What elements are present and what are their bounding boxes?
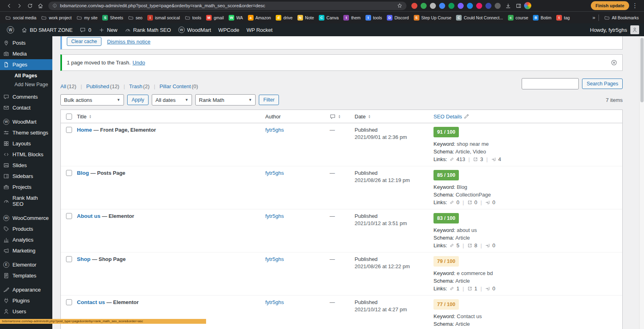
- author-link[interactable]: fytr5ghs: [265, 213, 284, 219]
- home-button[interactable]: [35, 1, 45, 10]
- rank-math-filter-select[interactable]: Rank Math▼: [195, 94, 256, 106]
- row-checkbox[interactable]: [66, 127, 72, 133]
- wpcode-menu[interactable]: WPCode: [215, 23, 243, 36]
- page-title-link[interactable]: Home: [77, 127, 92, 133]
- reload-button[interactable]: [25, 1, 35, 10]
- sort-by-comments[interactable]: ▲▼: [330, 114, 355, 120]
- author-link[interactable]: fytr5ghs: [265, 299, 284, 305]
- view-trash[interactable]: Trash: [129, 83, 142, 89]
- bookmark-my-site[interactable]: my site: [74, 14, 99, 22]
- extension-icon[interactable]: [448, 3, 454, 9]
- address-bar[interactable]: bdsmartzone.com/wp-admin/edit.php?post_t…: [48, 2, 407, 10]
- sidebar-item-elementor[interactable]: EElementor: [0, 259, 52, 270]
- bookmark-gmail[interactable]: Mgmail: [204, 14, 226, 22]
- bookmark-seo[interactable]: seo: [126, 14, 144, 22]
- author-link[interactable]: fytr5ghs: [265, 127, 284, 133]
- sort-by-title[interactable]: Title: [77, 114, 87, 120]
- bookmark-discord[interactable]: DDiscord: [385, 14, 411, 22]
- author-link[interactable]: fytr5ghs: [265, 256, 284, 262]
- row-checkbox[interactable]: [66, 170, 72, 176]
- bookmark-botim[interactable]: BBotim: [531, 14, 553, 22]
- bulk-actions-select[interactable]: Bulk actions▼: [60, 94, 124, 106]
- sidebar-item-analytics[interactable]: Analytics: [0, 234, 52, 245]
- page-scrollbar[interactable]: [639, 36, 644, 329]
- search-pages-input[interactable]: [522, 78, 579, 89]
- view-pillar-content[interactable]: Pillar Content: [159, 83, 191, 89]
- sidebar-item-posts[interactable]: Posts: [0, 37, 52, 48]
- view-all[interactable]: All: [60, 83, 66, 89]
- apply-button[interactable]: Apply: [127, 95, 149, 105]
- all-bookmarks-button[interactable]: All Bookmarks: [602, 14, 641, 22]
- bookmark-step-up-course[interactable]: SStep Up Course: [412, 14, 454, 22]
- author-link[interactable]: fytr5ghs: [265, 170, 284, 176]
- extension-icon[interactable]: [421, 3, 427, 9]
- rank-math-menu[interactable]: Rank Math SEO: [121, 23, 175, 36]
- bookmark-work-project[interactable]: work project: [39, 14, 74, 22]
- sidebar-item-projects[interactable]: Projects: [0, 182, 52, 192]
- sort-by-date[interactable]: Date: [355, 114, 365, 120]
- sidebar-item-media[interactable]: Media: [0, 48, 52, 59]
- extension-icon[interactable]: [495, 3, 501, 9]
- bookmark-canva[interactable]: CCanva: [317, 14, 341, 22]
- sidebar-item-woocommerce[interactable]: WWooCommerce: [0, 213, 52, 223]
- forward-button[interactable]: [14, 1, 24, 10]
- page-title-link[interactable]: Shop: [77, 256, 91, 262]
- view-published[interactable]: Published: [86, 83, 109, 89]
- sidebar-item-sidebars[interactable]: Sidebars: [0, 171, 52, 182]
- finish-update-button[interactable]: Finish update: [591, 1, 630, 10]
- side-panel-button[interactable]: [514, 1, 523, 10]
- extension-icon[interactable]: [439, 3, 445, 9]
- bookmark-tools[interactable]: ttools: [363, 14, 384, 22]
- extension-icon[interactable]: [430, 3, 436, 9]
- row-checkbox[interactable]: [66, 213, 72, 219]
- new-content-menu[interactable]: New: [95, 23, 121, 36]
- search-pages-button[interactable]: Search Pages: [582, 79, 623, 89]
- profile-avatar[interactable]: [524, 2, 531, 9]
- sidebar-item-layouts[interactable]: Layouts: [0, 138, 52, 149]
- select-all-checkbox[interactable]: [66, 114, 72, 120]
- scrollbar-thumb[interactable]: [640, 38, 644, 102]
- filter-button[interactable]: Filter: [259, 95, 279, 105]
- sidebar-item-theme-settings[interactable]: Theme settings: [0, 127, 52, 138]
- sidebar-item-rank-math-seo[interactable]: Rank Math SEO: [0, 192, 52, 209]
- sidebar-item-pages[interactable]: Pages: [0, 59, 52, 70]
- comments-menu[interactable]: 0: [76, 23, 95, 36]
- clear-cache-button[interactable]: Clear cache: [67, 37, 101, 46]
- sidebar-subitem-add-new-page[interactable]: Add New Page: [0, 80, 52, 89]
- seo-details-header[interactable]: SEO Details: [433, 114, 462, 120]
- woodmart-menu[interactable]: W WoodMart: [175, 23, 215, 36]
- bookmark-social-media[interactable]: social media: [3, 14, 38, 22]
- sidebar-item-products[interactable]: Products: [0, 223, 52, 234]
- sidebar-item-comments[interactable]: Comments: [0, 91, 52, 102]
- site-name-menu[interactable]: BD SMART ZONE: [18, 23, 76, 36]
- sidebar-item-woodmart[interactable]: WWoodMart: [0, 116, 52, 127]
- sidebar-item-templates[interactable]: Templates: [0, 270, 52, 281]
- extension-icon[interactable]: [476, 3, 482, 9]
- sidebar-item-users[interactable]: Users: [0, 306, 52, 317]
- bookmarks-overflow-icon[interactable]: »: [592, 14, 595, 21]
- site-info-icon[interactable]: [52, 3, 57, 8]
- sidebar-item-appearance[interactable]: Appearance: [0, 284, 52, 295]
- bookmark-course[interactable]: ccourse: [506, 14, 530, 22]
- row-checkbox[interactable]: [66, 256, 72, 262]
- wp-rocket-menu[interactable]: WP Rocket: [243, 23, 276, 36]
- page-title-link[interactable]: Blog: [77, 170, 89, 176]
- extension-icon[interactable]: [411, 3, 417, 9]
- page-title-link[interactable]: Contact us: [77, 299, 105, 305]
- downloads-button[interactable]: [503, 1, 513, 10]
- bookmark-ismail-socical[interactable]: iismail socical: [145, 14, 182, 22]
- extension-icon[interactable]: [485, 3, 491, 9]
- sidebar-item-plugins[interactable]: Plugins: [0, 295, 52, 306]
- bookmark-sheets[interactable]: SSheets: [100, 14, 125, 22]
- sidebar-item-marketing[interactable]: Marketing: [0, 245, 52, 256]
- dates-filter-select[interactable]: All dates▼: [152, 94, 192, 106]
- sidebar-subitem-all-pages[interactable]: All Pages: [0, 71, 52, 80]
- bookmark-tools[interactable]: tools: [183, 14, 203, 22]
- bookmark-amazon[interactable]: aAmazon: [246, 14, 273, 22]
- sidebar-item-html-blocks[interactable]: HTML Blocks: [0, 149, 52, 160]
- page-title-link[interactable]: About us: [77, 213, 101, 219]
- bookmark-note[interactable]: NNote: [295, 14, 316, 22]
- undo-link[interactable]: Undo: [132, 60, 145, 66]
- dismiss-notice-icon[interactable]: [611, 59, 617, 66]
- wp-logo-menu[interactable]: W: [3, 23, 18, 36]
